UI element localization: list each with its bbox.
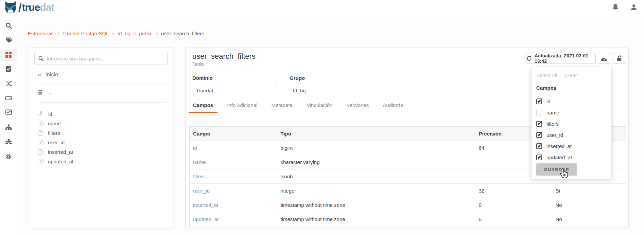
field-item-inserted-at[interactable]: ? inserted_at (38, 147, 169, 157)
unknown-type-icon: ? (38, 140, 43, 145)
breadcrumb-separator-icon: > (112, 31, 115, 36)
meta-section: Dominio Truedat Grupo td_bg (192, 75, 319, 93)
rail-item-structures[interactable] (0, 49, 17, 61)
rail-item-hierarchy[interactable] (0, 121, 17, 133)
truedat-logo[interactable]: / true dat (4, 1, 54, 14)
checkbox-updated-at[interactable] (536, 155, 542, 160)
option-inserted-at: inserted_at (536, 141, 608, 152)
unknown-type-icon: ? (38, 121, 43, 126)
tab-auditoria[interactable]: Auditoría (378, 102, 407, 113)
breadcrumb-item-estructuras[interactable]: Estructuras (28, 31, 54, 36)
field-link[interactable]: user_id (193, 188, 210, 194)
tab-versiones[interactable]: Versiones (342, 102, 373, 113)
option-name: name (536, 107, 608, 118)
col-header-tipo: Tipo (277, 127, 475, 141)
tree-search-box (34, 52, 168, 65)
rail-item-settings[interactable] (0, 150, 17, 163)
user-avatar-icon[interactable] (630, 3, 638, 11)
field-item-user-id[interactable]: ? user_id (38, 138, 169, 147)
unlock-button[interactable] (612, 53, 626, 64)
gauge-icon (600, 56, 608, 61)
table-row: updated_at timestamp without time zone 0… (190, 212, 626, 227)
line-chart-icon (5, 109, 12, 115)
field-link[interactable]: filters (193, 174, 205, 179)
bell-icon[interactable] (611, 3, 620, 11)
unknown-type-icon: ? (38, 130, 43, 136)
dropdown-group-label: Campos (536, 85, 556, 91)
checkbox-inserted-at[interactable] (536, 143, 542, 149)
checkbox-user-id[interactable] (536, 132, 542, 138)
clear-link[interactable]: Clear (565, 72, 577, 78)
sitemap-icon (5, 124, 12, 131)
checkbox-id[interactable] (536, 98, 542, 104)
option-id: id (536, 96, 608, 107)
refresh-icon (526, 56, 532, 61)
parent-structure-item[interactable]: .. (38, 89, 51, 95)
tab-campos[interactable]: Campos (189, 102, 217, 113)
field-item-updated-at[interactable]: ? updated_at (38, 157, 169, 166)
grid-icon (5, 51, 12, 58)
table-row: inserted_at timestamp without time zone … (190, 198, 626, 212)
search-icon (5, 22, 12, 29)
page-title: user_search_filters (192, 52, 256, 61)
logo-word-secondary: dat (40, 1, 54, 14)
field-list: # id ? name ? filters ? user_id ? insert… (38, 109, 169, 166)
breadcrumb-item-system[interactable]: Truedat PostgreSQL (62, 31, 109, 36)
save-button[interactable]: GUARDAR (536, 163, 577, 176)
unknown-type-icon: ? (38, 149, 43, 155)
rail-item-users[interactable] (0, 136, 17, 148)
checkbox-filters[interactable] (536, 121, 542, 127)
breadcrumb-separator-icon: > (155, 31, 158, 36)
checkbox-name[interactable] (536, 110, 542, 115)
double-chevron-left-icon: « (38, 72, 41, 77)
nav-rail (0, 14, 17, 234)
field-link[interactable]: updated_at (193, 216, 219, 222)
dropdown-options: id name filters user_id inserted_at upda… (536, 96, 608, 163)
top-bar: / true dat (0, 0, 644, 14)
option-updated-at: updated_at (536, 152, 608, 163)
unlock-icon (616, 55, 623, 62)
gear-icon (5, 153, 12, 160)
table-row: user_id integer 32 Sí (190, 184, 626, 198)
breadcrumb-item-database[interactable]: td_bg (118, 31, 130, 36)
tab-metadata[interactable]: Metadata (267, 102, 297, 113)
breadcrumb-item-schema[interactable]: public (139, 31, 152, 36)
col-header-campo: Campo (190, 127, 277, 141)
option-user-id: user_id (536, 129, 608, 141)
updated-label: Actualizada: 2021-02-01 13:42 (535, 53, 595, 64)
rail-item-tags[interactable] (0, 34, 17, 46)
users-icon (5, 138, 12, 145)
back-label: Inicio (46, 72, 58, 78)
check-square-icon (5, 66, 12, 72)
search-input[interactable] (47, 56, 164, 61)
breadcrumb: Estructuras > Truedat PostgreSQL > td_bg… (28, 31, 204, 36)
field-link[interactable]: inserted_at (193, 202, 218, 208)
rail-item-sources[interactable] (0, 92, 17, 104)
app-window: / true dat (0, 0, 644, 234)
rail-item-rules[interactable] (0, 63, 17, 75)
rail-item-quality[interactable] (0, 106, 17, 118)
field-item-name[interactable]: ? name (38, 119, 169, 128)
tab-vinculacion[interactable]: Vinculación (302, 102, 337, 113)
breadcrumb-separator-icon: > (57, 31, 59, 36)
profile-gauge-button[interactable] (598, 53, 610, 64)
structure-tree-panel: « Inicio .. # id ? name ? filters ? us (28, 48, 173, 228)
select-all-link[interactable]: Select All (536, 72, 557, 78)
rail-item-lineage[interactable] (0, 77, 17, 90)
parent-structure-label: .. (48, 89, 51, 95)
meta-dominio: Dominio Truedat (192, 75, 276, 93)
field-item-filters[interactable]: ? filters (38, 128, 169, 138)
search-icon (38, 56, 44, 61)
field-link[interactable]: name (193, 159, 206, 165)
structure-type-label: Tabla (192, 61, 204, 67)
breadcrumb-item-current: user_search_filters (161, 31, 204, 36)
meta-grupo: Grupo td_bg (276, 75, 319, 93)
field-item-id[interactable]: # id (38, 109, 169, 119)
rail-item-search[interactable] (0, 19, 17, 32)
tag-icon (5, 36, 12, 43)
back-to-home-link[interactable]: « Inicio (38, 72, 58, 78)
refresh-updated-button[interactable]: Actualizada: 2021-02-01 13:42 (526, 53, 596, 64)
tab-info-adicional[interactable]: Info Adicional (223, 102, 262, 113)
shuffle-icon (5, 80, 12, 87)
field-link[interactable]: id (193, 145, 197, 151)
